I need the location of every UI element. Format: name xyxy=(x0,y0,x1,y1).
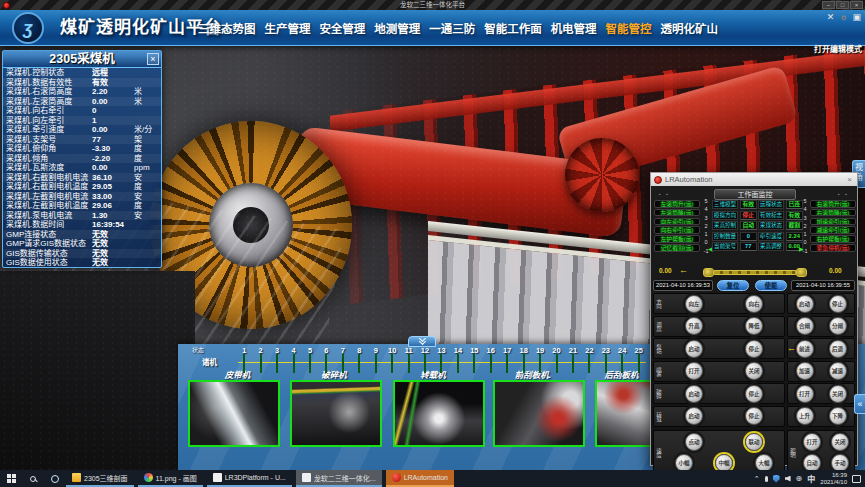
remote-control-button[interactable]: 右滚筒降(远) xyxy=(810,209,856,217)
lr-close-icon[interactable]: × xyxy=(847,175,854,184)
round-control-button[interactable]: 关闭 xyxy=(831,433,849,451)
network-globe-icon[interactable]: ⊕ xyxy=(796,475,803,483)
support-status-indicator[interactable] xyxy=(605,354,607,373)
camera-thumbnail-front-scraper[interactable] xyxy=(493,380,585,447)
taskbar-clock[interactable]: 16:39 2021/4/10 xyxy=(820,472,847,486)
support-status-indicator[interactable] xyxy=(588,354,590,373)
taskbar-search-button[interactable] xyxy=(22,470,44,487)
fullscreen-icon[interactable]: ▣ xyxy=(852,12,861,22)
remote-control-button[interactable]: 向左牵引(远) xyxy=(654,218,700,226)
round-control-button[interactable]: 大幅 xyxy=(755,454,773,472)
support-cell[interactable]: 6 xyxy=(318,346,334,373)
support-status-indicator[interactable] xyxy=(375,354,377,373)
start-button[interactable] xyxy=(0,470,22,487)
support-status-indicator[interactable] xyxy=(276,354,278,373)
nav-item[interactable]: 透明化矿山 xyxy=(661,20,719,36)
remote-control-button[interactable]: 向右牵引(远) xyxy=(654,226,700,234)
support-cell[interactable]: 10 xyxy=(384,346,400,373)
close-button[interactable]: × xyxy=(850,1,863,9)
speaker-icon[interactable] xyxy=(785,476,791,482)
support-status-indicator[interactable] xyxy=(506,354,508,373)
round-control-button[interactable]: 下降 xyxy=(829,407,847,425)
nav-item[interactable]: 机电管理 xyxy=(551,20,597,36)
support-status-indicator[interactable] xyxy=(408,354,410,373)
round-control-button[interactable]: 向左 xyxy=(685,295,703,313)
support-cell[interactable]: 13 xyxy=(433,346,449,373)
round-control-button[interactable]: 停止 xyxy=(745,385,763,403)
camera-thumbnail-belt[interactable] xyxy=(188,380,280,447)
round-control-button[interactable]: 上升 xyxy=(796,407,814,425)
support-cell[interactable]: 18 xyxy=(515,346,531,373)
nav-item[interactable]: 智能工作面 xyxy=(484,20,542,36)
support-status-indicator[interactable] xyxy=(424,354,426,373)
tools-icon[interactable]: ✕ xyxy=(827,12,835,22)
round-control-button[interactable]: 降低 xyxy=(745,317,763,335)
support-status-indicator[interactable] xyxy=(391,354,393,373)
support-status-indicator[interactable] xyxy=(440,354,442,373)
tray-expand-icon[interactable]: ⌃ xyxy=(754,475,760,483)
support-cell[interactable]: 21 xyxy=(565,346,581,373)
camera-thumbnail-crusher[interactable] xyxy=(290,380,382,447)
support-cell[interactable]: 23 xyxy=(598,346,614,373)
support-status-indicator[interactable] xyxy=(539,354,541,373)
round-control-button[interactable]: 分闸 xyxy=(829,317,847,335)
round-control-button[interactable]: 关闭 xyxy=(829,385,847,403)
support-cell[interactable]: 15 xyxy=(466,346,482,373)
action-center-icon[interactable] xyxy=(852,475,861,483)
support-cell[interactable]: 3 xyxy=(269,346,285,373)
support-status-indicator[interactable] xyxy=(342,354,344,373)
round-control-button[interactable]: 停止 xyxy=(829,295,847,313)
settings-gear-icon[interactable]: ☼ xyxy=(839,12,847,22)
remote-control-button[interactable]: 右滚筒升(远) xyxy=(810,200,856,208)
reset-pill-button[interactable]: 复位 xyxy=(717,280,749,291)
support-cell[interactable]: 19 xyxy=(532,346,548,373)
support-cell[interactable]: 11 xyxy=(400,346,416,373)
remote-control-button[interactable]: 左滚筒降(远) xyxy=(654,209,700,217)
remote-control-button[interactable]: 左滚筒升(远) xyxy=(654,200,700,208)
support-cell[interactable]: 16 xyxy=(483,346,499,373)
support-cell[interactable]: 2 xyxy=(252,346,268,373)
support-status-indicator[interactable] xyxy=(572,354,574,373)
support-status-indicator[interactable] xyxy=(457,354,459,373)
round-control-button[interactable]: 向右 xyxy=(745,295,763,313)
round-control-button[interactable]: 自动 xyxy=(803,454,821,472)
round-control-button[interactable]: 点动 xyxy=(685,433,703,451)
support-status-indicator[interactable] xyxy=(638,354,640,373)
microphone-icon[interactable] xyxy=(765,476,768,482)
support-cell[interactable]: 25 xyxy=(631,346,647,373)
minimize-button[interactable]: − xyxy=(822,1,835,9)
maximize-button[interactable]: □ xyxy=(836,1,849,9)
remote-control-button[interactable]: 记忆截割(远) xyxy=(654,244,700,252)
strip-collapse-tab[interactable]: « xyxy=(854,394,865,414)
taskbar-item[interactable]: LRAutomation xyxy=(386,470,454,487)
support-status-indicator[interactable] xyxy=(309,354,311,373)
support-status-indicator[interactable] xyxy=(621,354,623,373)
round-control-button[interactable]: 手动 xyxy=(831,454,849,472)
support-status-indicator[interactable] xyxy=(523,354,525,373)
round-control-button[interactable]: 升高 xyxy=(685,317,703,335)
cortana-button[interactable] xyxy=(44,470,66,487)
panel-close-icon[interactable]: × xyxy=(147,53,159,65)
round-control-button[interactable]: 打开 xyxy=(803,433,821,451)
round-control-button[interactable]: 启动 xyxy=(685,385,703,403)
lr-title-bar[interactable]: LRAutomation × xyxy=(651,173,857,186)
remote-control-button[interactable]: 减速牵引(远) xyxy=(810,226,856,234)
support-cell[interactable]: 1 xyxy=(236,346,252,373)
support-status-indicator[interactable] xyxy=(473,354,475,373)
ime-indicator[interactable]: 中 xyxy=(807,473,815,484)
round-control-button[interactable]: 启动 xyxy=(796,295,814,313)
support-cell[interactable]: 24 xyxy=(614,346,630,373)
round-control-button[interactable]: 后退 xyxy=(829,340,847,358)
support-cell[interactable]: 7 xyxy=(335,346,351,373)
enable-pill-button[interactable]: 使能 xyxy=(755,280,787,291)
round-control-button[interactable]: 启动 xyxy=(685,407,703,425)
support-status-indicator[interactable] xyxy=(358,354,360,373)
round-control-button[interactable]: 小幅 xyxy=(675,454,693,472)
round-control-button[interactable]: 关闭 xyxy=(745,362,763,380)
remote-control-button[interactable]: 右护帮板(远) xyxy=(810,235,856,243)
support-cell[interactable]: 4 xyxy=(285,346,301,373)
nav-item[interactable]: 三维态势图 xyxy=(198,20,256,36)
round-control-button[interactable]: 停止 xyxy=(745,407,763,425)
support-cell[interactable]: 22 xyxy=(581,346,597,373)
round-control-button[interactable]: 停止 xyxy=(745,340,763,358)
